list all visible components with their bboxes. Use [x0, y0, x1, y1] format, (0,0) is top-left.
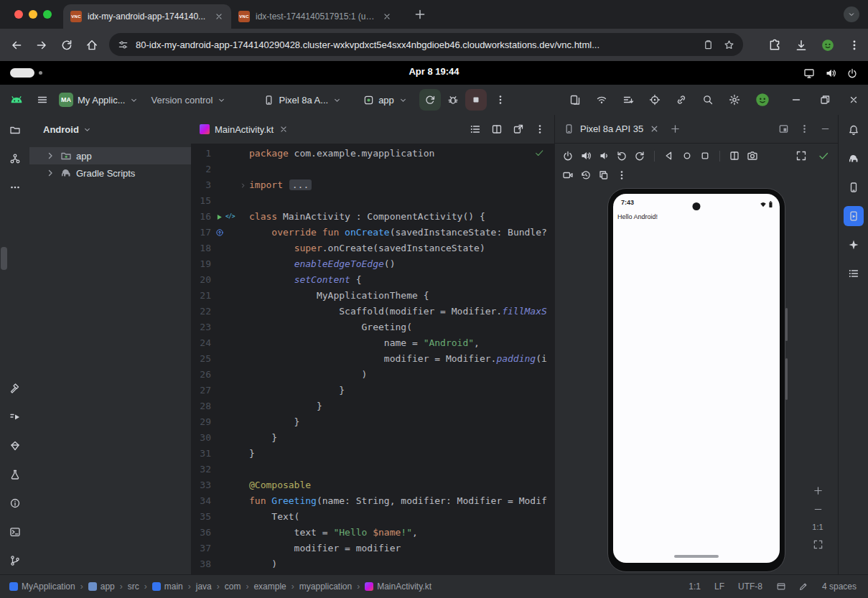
close-tab-icon[interactable] [279, 124, 289, 134]
pair-devices-icon[interactable] [596, 94, 607, 106]
link-icon[interactable] [676, 94, 687, 106]
close-x-icon[interactable] [848, 94, 859, 106]
folder-tool-button[interactable] [5, 120, 25, 140]
project-view-selector[interactable]: Android [29, 115, 191, 135]
project-tree-item[interactable]: app [29, 147, 191, 164]
terminal-tool-button[interactable] [5, 522, 25, 542]
folded-region[interactable]: ... [289, 179, 312, 190]
forward-arrow-icon[interactable] [35, 39, 48, 52]
breadcrumb-item[interactable]: main [152, 581, 183, 592]
list-tool-button[interactable] [844, 263, 864, 284]
overriding-method-icon[interactable] [215, 228, 224, 237]
overview-square-icon[interactable] [699, 150, 711, 162]
indent-setting[interactable]: 4 spaces [822, 581, 857, 592]
line-ending[interactable]: LF [714, 581, 724, 592]
split-icon[interactable] [491, 123, 503, 135]
clipboard-icon[interactable] [703, 39, 714, 50]
pen-icon[interactable] [798, 581, 808, 592]
diamond-tool-button[interactable] [5, 436, 25, 456]
fold-icon[interactable] [729, 150, 740, 162]
close-tab-icon[interactable] [214, 11, 224, 22]
kebab-icon[interactable] [848, 39, 861, 52]
close-tab-icon[interactable] [382, 11, 392, 22]
url-text[interactable]: 80-idx-my-android-app-1744140290428.clus… [136, 39, 696, 50]
add-device-tab-icon[interactable] [670, 123, 681, 134]
inspections-ok-icon[interactable] [534, 148, 544, 158]
check-icon[interactable] [818, 150, 829, 162]
project-widget[interactable]: MA My Applic... [59, 93, 139, 107]
star-icon[interactable] [724, 39, 734, 50]
zoom-out-button[interactable] [813, 504, 823, 515]
minus-icon[interactable] [820, 123, 831, 134]
dock-icon[interactable] [778, 123, 789, 134]
copy-icon[interactable] [598, 169, 610, 181]
detach-icon[interactable] [513, 123, 524, 135]
run-config-selector[interactable]: app [363, 95, 408, 106]
minimize-icon[interactable] [790, 94, 802, 106]
avatar-icon[interactable] [821, 39, 834, 52]
editor-tab[interactable]: MainActivity.kt [191, 115, 297, 144]
breadcrumb-item[interactable]: app [88, 581, 115, 592]
volume-down-icon[interactable] [598, 150, 610, 162]
home-icon[interactable] [85, 39, 98, 52]
breadcrumb-item[interactable]: src [128, 581, 139, 592]
running-devices-tool-button[interactable] [844, 206, 864, 226]
compose-preview-icon[interactable]: </> [225, 209, 235, 225]
history-icon[interactable] [580, 169, 592, 181]
breadcrumb-item[interactable]: java [196, 581, 212, 592]
browser-tab[interactable]: VNCidx-my-android-app-1744140... [63, 4, 231, 29]
list-icon[interactable] [470, 123, 481, 135]
run-more-icon[interactable] [495, 94, 506, 106]
tab-search-button[interactable] [844, 6, 859, 22]
fold-chevron-icon[interactable] [239, 182, 247, 190]
address-bar[interactable]: 80-idx-my-android-app-1744140290428.clus… [109, 33, 743, 56]
file-encoding[interactable]: UTF-8 [738, 581, 762, 592]
back-arrow-icon[interactable] [10, 39, 23, 52]
debug-button[interactable] [447, 94, 459, 106]
puzzle-icon[interactable] [768, 39, 781, 52]
power-icon[interactable] [562, 150, 574, 162]
branch-tool-button[interactable] [5, 551, 25, 571]
sparkle-tool-button[interactable] [844, 235, 864, 255]
browser-tab[interactable]: VNCidx-test-1744140517915:1 (us... [231, 4, 399, 29]
bell-tool-button[interactable] [844, 120, 864, 140]
zoom-to-fit-button[interactable] [813, 539, 823, 550]
phone-tool-button[interactable] [844, 177, 864, 197]
volume-up-icon[interactable] [580, 150, 592, 162]
frame-icon[interactable] [776, 581, 786, 592]
close-window-button[interactable] [14, 10, 23, 19]
stripe-drag-handle[interactable] [1, 247, 7, 270]
download-icon[interactable] [795, 39, 808, 52]
hammer-tool-button[interactable] [5, 378, 25, 398]
breadcrumb-item[interactable]: com [225, 581, 241, 592]
app-inspection-icon[interactable] [649, 94, 661, 106]
run-gutter-icon[interactable] [215, 213, 223, 221]
video-icon[interactable] [562, 169, 574, 181]
zoom-level[interactable]: 1:1 [812, 523, 823, 531]
zoom-window-button[interactable] [43, 10, 52, 19]
info-tool-button[interactable] [5, 493, 25, 513]
main-menu-icon[interactable] [37, 94, 48, 106]
breadcrumb-item[interactable]: MainActivity.kt [365, 581, 431, 592]
rotate-right-icon[interactable] [634, 150, 645, 162]
emulator-screen[interactable]: 7:43 Hello Android! [613, 194, 780, 563]
rerun-button[interactable] [419, 89, 441, 111]
zoom-in-button[interactable] [813, 485, 823, 496]
site-settings-icon[interactable] [118, 39, 129, 50]
elephant-tool-button[interactable] [844, 149, 864, 169]
resize-icon[interactable] [795, 150, 807, 162]
caret-position[interactable]: 1:1 [689, 581, 701, 592]
stop-button[interactable] [465, 89, 487, 111]
breadcrumb-item[interactable]: myapplication [299, 581, 352, 592]
user-avatar[interactable] [755, 93, 770, 107]
minimize-window-button[interactable] [29, 10, 37, 19]
logcat-icon[interactable] [622, 94, 634, 106]
camera-icon[interactable] [747, 150, 758, 162]
vcs-widget[interactable]: Version control [151, 95, 226, 106]
rotate-left-icon[interactable] [616, 150, 627, 162]
reload-icon[interactable] [60, 39, 73, 52]
new-tab-button[interactable] [414, 8, 426, 21]
more-h-tool-button[interactable] [5, 177, 25, 197]
project-tree-item[interactable]: Gradle Scripts [29, 164, 191, 182]
kebab-icon[interactable] [799, 123, 810, 134]
